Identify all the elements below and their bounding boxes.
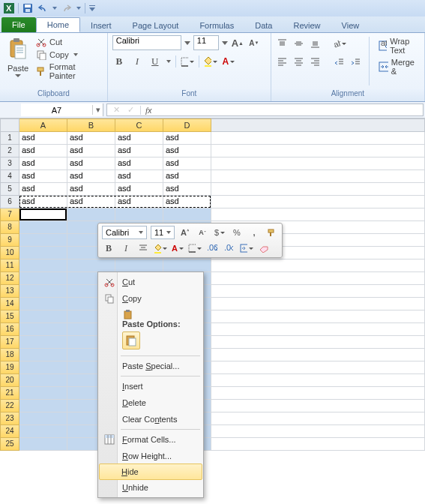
cell[interactable] — [211, 170, 425, 183]
cell[interactable] — [19, 412, 67, 425]
mini-format-painter-icon[interactable] — [265, 226, 278, 239]
qat-customize-icon[interactable] — [88, 2, 96, 14]
column-header[interactable]: D — [163, 118, 211, 132]
redo-icon[interactable] — [61, 2, 73, 14]
cell[interactable] — [211, 132, 425, 145]
cell[interactable]: asd — [163, 145, 211, 158]
cell[interactable] — [19, 438, 67, 451]
cell[interactable]: asd — [163, 196, 211, 208]
tab-data[interactable]: Data — [244, 19, 283, 32]
cell[interactable] — [211, 196, 425, 208]
save-icon[interactable] — [22, 2, 34, 14]
cell[interactable]: asd — [19, 132, 67, 145]
undo-dropdown-icon[interactable] — [52, 2, 58, 14]
undo-icon[interactable] — [37, 2, 49, 14]
mini-currency-button[interactable]: $ — [213, 226, 226, 239]
row-header[interactable]: 20 — [0, 374, 19, 387]
underline-button[interactable]: U — [148, 55, 162, 68]
chevron-down-icon[interactable] — [222, 36, 228, 50]
cell[interactable] — [211, 158, 425, 170]
row-header[interactable]: 23 — [0, 412, 19, 425]
mini-comma-button[interactable]: , — [247, 226, 261, 239]
cell[interactable] — [19, 310, 67, 323]
mini-font-color-button[interactable]: A — [171, 242, 184, 255]
wrap-text-button[interactable]: abWrap Text — [379, 37, 417, 55]
cell[interactable] — [211, 183, 425, 196]
cell[interactable] — [19, 298, 67, 310]
name-box[interactable]: A7 ▾ — [21, 104, 103, 116]
cell[interactable] — [19, 374, 67, 387]
cell[interactable] — [19, 234, 67, 247]
cell[interactable] — [211, 425, 425, 438]
tab-review[interactable]: Review — [283, 19, 331, 32]
cell[interactable] — [211, 362, 425, 374]
cell[interactable]: asd — [19, 183, 67, 196]
cell[interactable] — [211, 208, 425, 221]
row-header[interactable]: 7 — [0, 208, 19, 221]
cell[interactable] — [115, 260, 163, 272]
row-header[interactable]: 12 — [0, 272, 19, 285]
column-header[interactable]: B — [67, 118, 115, 132]
row-header[interactable]: 14 — [0, 298, 19, 310]
cell[interactable] — [211, 387, 425, 400]
cell[interactable] — [67, 208, 115, 221]
cell[interactable] — [19, 387, 67, 400]
mini-decrease-decimal-icon[interactable]: .0 — [223, 242, 236, 255]
mini-percent-button[interactable]: % — [230, 226, 244, 239]
row-header[interactable]: 24 — [0, 425, 19, 438]
mini-increase-decimal-icon[interactable]: .00 — [205, 242, 219, 255]
tab-insert[interactable]: Insert — [80, 19, 122, 32]
cell[interactable] — [211, 323, 425, 336]
fx-icon[interactable]: fx — [140, 106, 157, 115]
cell[interactable]: asd — [115, 132, 163, 145]
mini-borders-button[interactable] — [188, 242, 202, 255]
cell[interactable] — [163, 260, 211, 272]
redo-dropdown-icon[interactable] — [76, 2, 82, 14]
format-painter-button[interactable]: Format Painter — [36, 62, 103, 80]
fill-color-button[interactable] — [204, 55, 217, 68]
cell[interactable] — [67, 260, 115, 272]
menu-row-height[interactable]: Row Height... — [100, 448, 202, 464]
select-all-corner[interactable] — [0, 118, 19, 132]
grow-font-icon[interactable]: A▲ — [231, 36, 244, 50]
align-right-icon[interactable] — [309, 55, 322, 68]
cut-button[interactable]: Cut — [36, 37, 103, 47]
chevron-down-icon[interactable] — [184, 36, 190, 50]
cell[interactable] — [163, 208, 211, 221]
cell[interactable] — [19, 208, 67, 221]
paste-button[interactable] — [6, 37, 30, 62]
menu-cut[interactable]: CuCutt — [100, 274, 202, 290]
cell[interactable] — [19, 349, 67, 362]
mini-grow-font-icon[interactable]: A˄ — [178, 226, 192, 239]
row-header[interactable]: 2 — [0, 145, 19, 158]
cell[interactable] — [115, 208, 163, 221]
cell[interactable]: asd — [67, 183, 115, 196]
tab-page-layout[interactable]: Page Layout — [122, 19, 190, 32]
column-header[interactable] — [211, 118, 425, 132]
row-header[interactable]: 17 — [0, 336, 19, 349]
cell[interactable] — [19, 336, 67, 349]
cell[interactable]: asd — [115, 158, 163, 170]
decrease-indent-icon[interactable] — [333, 55, 346, 68]
cell[interactable] — [19, 260, 67, 272]
cell[interactable] — [211, 400, 425, 412]
font-color-button[interactable]: A — [222, 55, 235, 68]
row-header[interactable]: 19 — [0, 362, 19, 374]
menu-delete[interactable]: Delete — [100, 394, 202, 411]
row-header[interactable]: 18 — [0, 349, 19, 362]
cell[interactable] — [211, 260, 425, 272]
cell[interactable] — [211, 272, 425, 285]
row-header[interactable]: 16 — [0, 323, 19, 336]
row-header[interactable]: 4 — [0, 170, 19, 183]
cell[interactable] — [211, 438, 425, 451]
mini-fill-color-button[interactable] — [154, 242, 167, 255]
align-left-icon[interactable] — [276, 55, 289, 68]
row-header[interactable]: 21 — [0, 387, 19, 400]
align-center-icon[interactable] — [292, 55, 306, 68]
column-header[interactable]: C — [115, 118, 163, 132]
row-header[interactable]: 13 — [0, 285, 19, 298]
cell[interactable]: asd — [115, 145, 163, 158]
cell[interactable] — [211, 349, 425, 362]
cell[interactable]: asd — [67, 158, 115, 170]
cell[interactable]: asd — [115, 170, 163, 183]
